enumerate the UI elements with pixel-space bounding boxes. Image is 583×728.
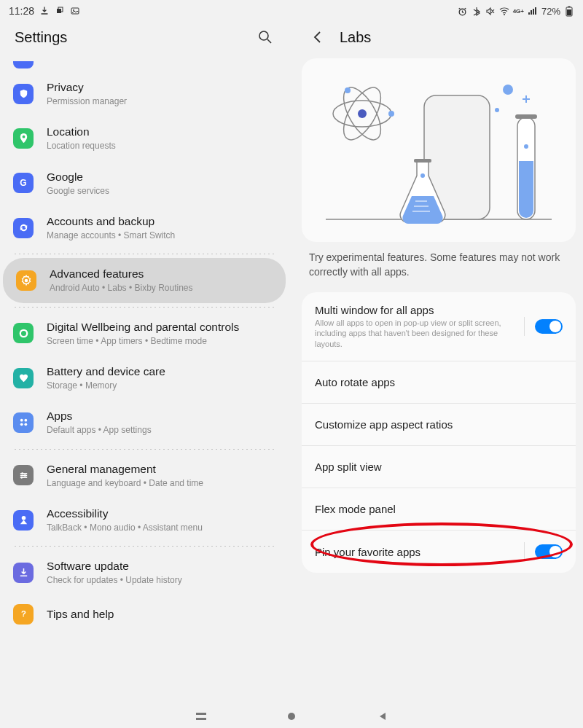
labs-row-customize-app-aspect-ratios[interactable]: Customize app aspect ratios xyxy=(302,403,576,445)
svg-point-29 xyxy=(345,87,351,93)
labs-row-title: Customize app aspect ratios xyxy=(315,418,563,431)
setting-title: Tips and help xyxy=(47,607,275,622)
sliders-icon xyxy=(13,465,34,485)
setting-title: Digital Wellbeing and parental controls xyxy=(47,320,275,334)
separator xyxy=(524,317,525,336)
back-button[interactable] xyxy=(309,28,326,46)
search-icon xyxy=(258,30,273,44)
svg-rect-7 xyxy=(568,6,571,7)
svg-point-5 xyxy=(504,14,505,15)
bluetooth-icon xyxy=(472,6,482,16)
circle-icon xyxy=(13,323,34,343)
settings-column: Settings . PrivacyPermission managerLoca… xyxy=(0,22,292,705)
svg-rect-42 xyxy=(196,718,206,720)
labs-row-multi-window-for-all-apps[interactable]: Multi window for all appsAllow all apps … xyxy=(302,292,576,361)
battery-icon xyxy=(564,6,574,16)
gear-icon xyxy=(16,270,36,291)
wifi-icon xyxy=(499,6,509,16)
sidebar-item-software-update[interactable]: Software updateCheck for updates • Updat… xyxy=(0,550,289,595)
svg-rect-8 xyxy=(567,9,571,15)
sidebar-item-location[interactable]: LocationLocation requests xyxy=(0,116,289,160)
svg-point-10 xyxy=(22,136,25,138)
svg-point-27 xyxy=(358,109,367,118)
sidebar-item-apps[interactable]: AppsDefault apps • App settings xyxy=(0,400,289,445)
svg-point-21 xyxy=(21,516,26,520)
shield-icon xyxy=(13,84,34,104)
grid-icon xyxy=(13,412,34,433)
status-time: 11:28 xyxy=(9,5,34,17)
svg-rect-0 xyxy=(57,9,61,13)
setting-title: Apps xyxy=(47,409,275,423)
labs-illustration xyxy=(302,58,576,242)
labs-row-app-split-view[interactable]: App split view xyxy=(302,445,576,488)
sidebar-item-battery-and-device-care[interactable]: Battery and device careStorage • Memory xyxy=(0,356,289,400)
svg-point-9 xyxy=(259,31,268,40)
svg-point-20 xyxy=(20,477,23,479)
person-icon xyxy=(13,510,34,531)
labs-row-flex-mode-panel[interactable]: Flex mode panel xyxy=(302,488,576,530)
labs-column: Labs xyxy=(292,22,583,705)
divider xyxy=(13,449,275,450)
svg-point-35 xyxy=(420,173,425,178)
svg-rect-37 xyxy=(515,114,537,119)
setting-title: General management xyxy=(47,462,275,477)
heart-icon xyxy=(13,368,34,388)
sidebar-item-advanced-features[interactable]: Advanced features Android Auto • Labs • … xyxy=(3,258,286,302)
svg-point-14 xyxy=(20,419,23,422)
svg-rect-41 xyxy=(196,713,206,715)
labs-row-auto-rotate-apps[interactable]: Auto rotate apps xyxy=(302,361,576,403)
status-bar: 11:28 4G+ 72% xyxy=(0,0,583,22)
svg-point-18 xyxy=(21,472,23,474)
svg-point-28 xyxy=(388,111,394,117)
svg-point-19 xyxy=(23,474,26,477)
back-nav-button[interactable] xyxy=(376,710,389,723)
setting-sub: Language and keyboard • Date and time xyxy=(47,477,275,489)
signal-icon xyxy=(528,6,538,16)
svg-point-15 xyxy=(24,419,27,422)
svg-rect-34 xyxy=(414,159,431,163)
recents-button[interactable] xyxy=(195,710,208,723)
svg-point-43 xyxy=(288,713,295,720)
divider xyxy=(13,307,275,308)
sidebar-item-general-management[interactable]: General managementLanguage and keyboard … xyxy=(0,453,289,498)
settings-title: Settings xyxy=(15,29,243,46)
svg-point-16 xyxy=(20,423,23,426)
setting-sub: TalkBack • Mono audio • Assistant menu xyxy=(47,522,275,533)
alarm-icon xyxy=(458,6,468,16)
recents-icon xyxy=(195,712,207,721)
svg-point-39 xyxy=(503,85,513,95)
setting-title: Advanced features xyxy=(50,267,273,281)
sidebar-item-tips-and-help[interactable]: ?Tips and help xyxy=(0,595,289,633)
setting-title: Battery and device care xyxy=(47,364,275,379)
setting-sub: Android Auto • Labs • Bixby Routines xyxy=(50,282,273,294)
labs-row-title: App split view xyxy=(315,461,563,473)
sidebar-item-google[interactable]: GGoogleGoogle services xyxy=(0,161,289,206)
svg-point-40 xyxy=(495,108,499,112)
divider xyxy=(13,546,275,547)
setting-sub: Permission manager xyxy=(47,95,275,107)
chevron-left-icon xyxy=(311,31,324,44)
sidebar-item-accounts-and-backup[interactable]: Accounts and backupManage accounts • Sma… xyxy=(0,206,289,250)
labs-options-card: Multi window for all appsAllow all apps … xyxy=(302,292,576,573)
labs-row-title: Multi window for all apps xyxy=(315,304,517,316)
sidebar-item-accessibility[interactable]: AccessibilityTalkBack • Mono audio • Ass… xyxy=(0,498,289,542)
navigation-bar xyxy=(0,705,583,728)
labs-description: Try experimental features. Some features… xyxy=(294,251,583,292)
search-button[interactable] xyxy=(257,28,274,46)
setting-title: Accounts and backup xyxy=(47,214,275,229)
labs-row-title: Auto rotate apps xyxy=(315,376,563,388)
sidebar-item-digital-wellbeing-and-parental-controls[interactable]: Digital Wellbeing and parental controlsS… xyxy=(0,311,289,356)
sync-icon xyxy=(13,218,34,238)
toggle-switch[interactable] xyxy=(535,319,563,334)
divider xyxy=(13,254,275,254)
labs-row-pin-your-favorite-apps[interactable]: Pin your favorite apps xyxy=(302,530,576,573)
question-icon: ? xyxy=(13,604,34,625)
setting-sub: Manage accounts • Smart Switch xyxy=(47,230,275,241)
settings-list[interactable]: . PrivacyPermission managerLocationLocat… xyxy=(0,58,289,705)
toggle-switch[interactable] xyxy=(535,544,563,559)
labs-header: Labs xyxy=(294,22,583,58)
sidebar-item-privacy[interactable]: PrivacyPermission manager xyxy=(0,71,289,116)
home-button[interactable] xyxy=(285,710,298,723)
truncated-item-top: . xyxy=(0,58,289,71)
download-icon xyxy=(39,6,50,16)
